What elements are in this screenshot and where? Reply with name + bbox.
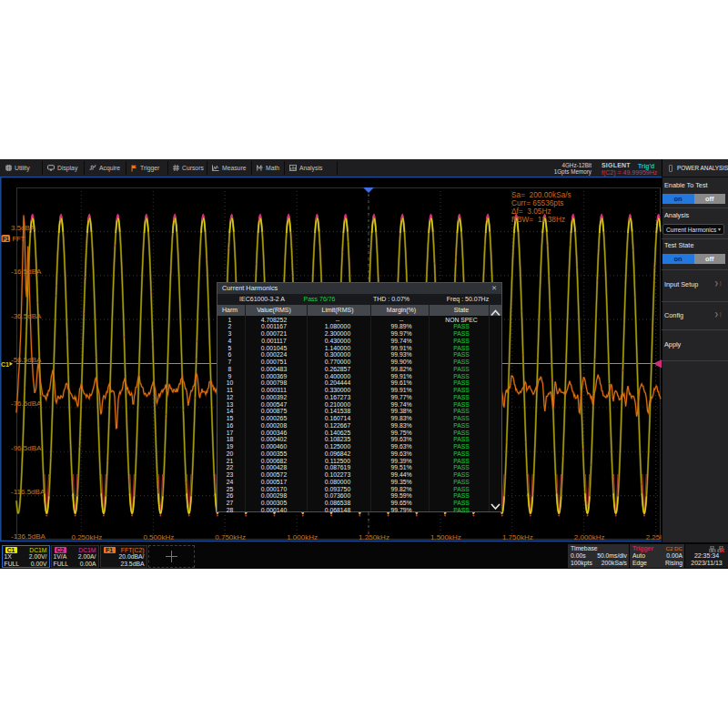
svg-text:-136.5dBA: -136.5dBA xyxy=(11,532,46,541)
svg-text:-116.5dBA: -116.5dBA xyxy=(11,488,46,496)
svg-text:-76.5dBA: -76.5dBA xyxy=(11,399,42,408)
svg-text:FFT: FFT xyxy=(13,235,25,243)
svg-text:0.750kHz: 0.750kHz xyxy=(215,533,246,541)
svg-text:0.250kHz: 0.250kHz xyxy=(72,533,103,541)
svg-text:F1: F1 xyxy=(2,236,9,242)
svg-text:-16.5dBA: -16.5dBA xyxy=(11,268,42,276)
svg-text:0.500kHz: 0.500kHz xyxy=(143,533,174,541)
svg-text:1.000kHz: 1.000kHz xyxy=(287,533,318,541)
svg-text:-36.5dBA: -36.5dBA xyxy=(11,312,42,320)
svg-text:3.5dBA: 3.5dBA xyxy=(11,224,35,232)
svg-text:1.250kHz: 1.250kHz xyxy=(359,533,389,541)
svg-text:C1: C1 xyxy=(1,361,9,368)
svg-text:2.000kHz: 2.000kHz xyxy=(574,533,605,541)
svg-text:1.500kHz: 1.500kHz xyxy=(430,533,461,541)
svg-text:1.750kHz: 1.750kHz xyxy=(502,533,533,541)
svg-text:-96.5dBA: -96.5dBA xyxy=(11,444,42,452)
svg-text:-56.5dBA: -56.5dBA xyxy=(11,356,42,364)
svg-text:RBW= 11.38Hz: RBW= 11.38Hz xyxy=(511,215,565,224)
